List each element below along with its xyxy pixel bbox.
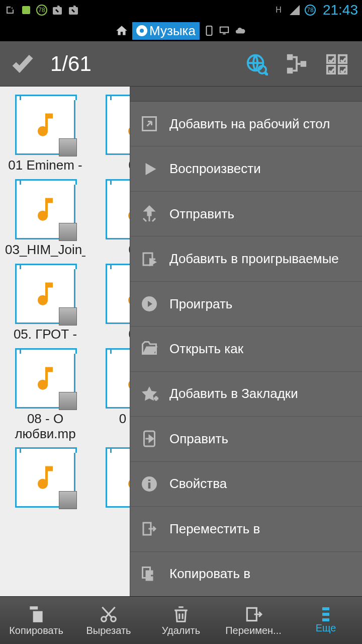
bottom-bar-label: Копировать xyxy=(9,625,63,636)
send-icon xyxy=(139,429,159,449)
context-menu-item[interactable]: Отправить xyxy=(130,192,362,236)
music-tab[interactable]: Музыка xyxy=(132,22,200,40)
view-tree-button[interactable] xyxy=(282,49,312,79)
context-menu-item[interactable]: Оправить xyxy=(130,417,362,461)
music-file-icon xyxy=(15,179,75,239)
device-icon[interactable] xyxy=(204,25,215,36)
context-menu-label: Добавить в проигрываемые xyxy=(169,251,339,267)
file-name: 01 Eminem - xyxy=(8,158,82,173)
share-icon xyxy=(139,204,159,224)
note-icon xyxy=(30,107,60,142)
context-menu-item[interactable]: Воспроизвести xyxy=(130,146,362,191)
bottom-bar-item[interactable]: Копировать xyxy=(0,597,72,644)
file-item[interactable]: 08 - О любви.mp xyxy=(0,345,90,445)
bottom-bar-label: Еще xyxy=(316,622,336,634)
bottom-bar-item[interactable]: Вырезать xyxy=(72,597,145,644)
svg-rect-0 xyxy=(22,6,30,14)
status-network-type-icon: H xyxy=(273,4,285,16)
copy-icon xyxy=(27,605,46,624)
selection-toolbar: 1/61 xyxy=(0,41,362,87)
bottom-bar-item[interactable]: Еще xyxy=(290,597,362,644)
file-item[interactable]: 03_HIM_Join_me_in_ xyxy=(0,176,90,261)
note-icon xyxy=(30,361,60,396)
context-menu-item[interactable]: Добавить в Закладки xyxy=(130,372,362,417)
context-menu-label: Свойства xyxy=(169,476,227,492)
context-menu-label: Проиграть xyxy=(169,296,232,312)
bottom-bar-item[interactable]: Удалить xyxy=(145,597,217,644)
shortcut-icon xyxy=(139,114,159,134)
svg-rect-8 xyxy=(287,67,293,73)
svg-rect-7 xyxy=(287,54,293,60)
bottom-bar-item[interactable]: Переимен... xyxy=(217,597,290,644)
status-battery-circle-icon: 78 xyxy=(36,5,47,16)
sd-badge-icon xyxy=(59,138,77,156)
disc-icon xyxy=(136,25,147,36)
note-icon xyxy=(30,460,60,495)
bottom-action-bar: Копировать Вырезать Удалить Переимен... … xyxy=(0,596,362,644)
view-grid-button[interactable] xyxy=(322,49,352,79)
context-menu-header xyxy=(130,87,362,102)
sd-badge-icon xyxy=(59,307,77,326)
context-menu: Добавить на рабочий стол Воспроизвести О… xyxy=(130,87,362,596)
search-web-button[interactable] xyxy=(241,49,272,79)
file-item[interactable]: 01 Eminem - xyxy=(0,92,90,176)
play-icon xyxy=(139,159,159,179)
note-icon xyxy=(30,276,60,311)
bottom-bar-label: Переимен... xyxy=(225,625,282,636)
cloud-icon[interactable] xyxy=(234,25,247,36)
bookmark-add-icon xyxy=(139,384,159,404)
select-all-button[interactable] xyxy=(10,50,35,77)
context-menu-label: Воспроизвести xyxy=(169,161,261,177)
file-name: 08 - О любви.mp xyxy=(5,412,85,442)
play-circle-icon xyxy=(139,294,159,314)
context-menu-label: Копировать в xyxy=(169,566,250,582)
copy-to-icon xyxy=(139,564,159,584)
selection-count: 1/61 xyxy=(50,52,92,76)
context-menu-label: Отправить xyxy=(169,206,234,222)
bottom-bar-label: Удалить xyxy=(162,625,200,636)
status-signal-icon xyxy=(289,4,301,16)
context-menu-item[interactable]: Копировать в xyxy=(130,552,362,596)
more-icon xyxy=(322,607,329,621)
delete-icon xyxy=(171,605,191,624)
status-bag-icon xyxy=(51,4,63,16)
playlist-add-icon xyxy=(139,249,159,269)
svg-rect-1 xyxy=(206,26,212,35)
context-menu-label: Оправить xyxy=(169,431,228,447)
status-app-icon xyxy=(20,4,32,16)
context-menu-label: Добавить на рабочий стол xyxy=(169,116,330,132)
info-icon xyxy=(139,474,159,494)
context-menu-item[interactable]: Открыть как xyxy=(130,327,362,371)
file-item[interactable] xyxy=(0,444,90,514)
status-usb-icon xyxy=(4,4,16,16)
rename-icon xyxy=(244,605,263,624)
music-file-icon xyxy=(15,264,75,324)
bottom-bar-label: Вырезать xyxy=(86,625,131,636)
context-menu-label: Добавить в Закладки xyxy=(169,386,298,401)
sd-badge-icon xyxy=(59,392,77,410)
music-file-icon xyxy=(15,348,75,409)
status-battery-icon: 78 xyxy=(305,5,316,16)
svg-rect-9 xyxy=(301,61,307,67)
context-menu-item[interactable]: Добавить в проигрываемые xyxy=(130,236,362,281)
sd-badge-icon xyxy=(59,223,77,241)
status-bag2-icon xyxy=(67,4,79,16)
sd-badge-icon xyxy=(59,491,77,509)
file-item[interactable]: 05. ГРОТ - xyxy=(0,261,90,345)
context-menu-label: Переместить в xyxy=(169,521,260,537)
pc-icon[interactable] xyxy=(219,25,230,36)
note-icon xyxy=(30,192,60,227)
cut-icon xyxy=(99,605,118,624)
svg-line-6 xyxy=(265,72,268,75)
svg-rect-3 xyxy=(223,34,226,35)
context-menu-item[interactable]: Переместить в xyxy=(130,507,362,551)
context-menu-label: Открыть как xyxy=(169,341,243,357)
music-file-icon xyxy=(15,447,75,508)
context-menu-item[interactable]: Добавить на рабочий стол xyxy=(130,102,362,146)
status-time: 21:43 xyxy=(323,2,358,18)
open-as-icon xyxy=(139,339,159,359)
music-tab-label: Музыка xyxy=(149,23,196,39)
context-menu-item[interactable]: Проиграть xyxy=(130,282,362,327)
context-menu-item[interactable]: Свойства xyxy=(130,462,362,507)
home-icon[interactable] xyxy=(115,24,128,37)
